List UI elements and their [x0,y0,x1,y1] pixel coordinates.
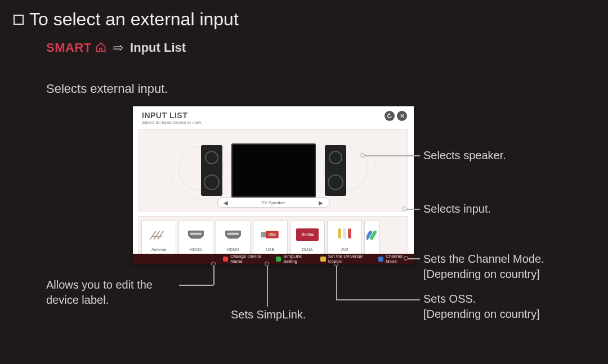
hdmi-icon [216,221,250,248]
panel-title: INPUT LIST [142,111,202,120]
annotation-text: device label. [46,294,109,306]
square-bullet-icon [14,15,24,25]
svg-rect-0 [190,232,202,235]
svg-rect-2 [261,232,266,237]
green-button-label: SimpLink Setting [283,254,309,264]
av-jacks-icon [328,221,361,248]
callout-node [265,262,269,266]
tv-speaker-area: ◀ TV Speaker ▶ [138,129,408,212]
annotation-text: [Depending on country] [423,268,540,280]
panel-subtitle: Select an input device to view. [142,120,202,125]
page-title-text: To select an external input [29,9,239,30]
svg-rect-1 [227,232,239,235]
callout-line [365,155,420,156]
callout-node [360,153,365,158]
arrow-icon: ⇨ [113,41,123,55]
callout-line [408,258,420,259]
component-icon [365,221,379,251]
home-icon [95,42,106,56]
red-button-icon [223,257,228,262]
color-button-bar: Change Device Name SimpLink Setting Set … [133,254,414,264]
callout-line [179,285,213,286]
annotation-text: [Depending on country] [423,308,540,320]
dlna-icon: ⊚dlna [290,221,324,248]
annotation-input: Selects input. [423,201,491,217]
annotation-simplink: Sets SimpLink. [231,307,306,322]
callout-node [402,206,406,211]
input-label: HDMI2 [227,248,239,251]
usb-icon: USB [253,221,287,248]
input-card-hdmi1[interactable]: HDMI1 [178,221,213,255]
annotation-device-label: Allows you to edit the device label. [46,277,153,308]
callout-line [213,266,214,285]
input-label: Antenna [151,248,166,251]
red-button-label: Change Device Name [230,254,265,264]
callout-line [406,209,420,210]
green-button-icon [276,257,281,262]
annotation-text: Sets OSS. [423,293,476,305]
back-button[interactable] [385,111,395,121]
callout-node [334,262,338,266]
breadcrumb-dest: Input List [130,41,186,55]
callout-line [267,266,268,307]
breadcrumb: SMART ⇨ Input List [46,41,186,56]
input-label: USB [266,248,274,251]
hdmi-icon [179,221,213,248]
annotation-text: Sets the Channel Mode. [423,253,544,265]
input-card-usb[interactable]: USB USB [253,221,288,255]
speaker-right-icon [325,145,346,196]
tv-screen-icon [231,143,316,197]
breadcrumb-smart: SMART [46,41,92,55]
close-button[interactable]: ✕ [397,111,407,121]
subtitle-text: Selects external input. [46,82,168,96]
input-label: AV2 [341,248,348,251]
svg-text:USB: USB [269,232,276,236]
antenna-icon [142,221,176,248]
svg-rect-7 [348,228,351,239]
chevron-left-icon[interactable]: ◀ [222,199,230,206]
speaker-label: TV Speaker [261,200,285,205]
red-button-item[interactable]: Change Device Name [217,254,270,264]
callout-line [336,266,337,300]
callout-line [336,299,420,300]
speaker-selector[interactable]: ◀ TV Speaker ▶ [217,197,329,208]
input-card-dlna[interactable]: ⊚dlna DLNA [290,221,325,255]
input-label: DLNA [302,248,313,251]
input-card-more[interactable] [364,221,380,255]
callout-node [211,262,216,266]
input-label: HDMI1 [190,248,202,251]
speaker-left-icon [201,145,222,196]
input-card-av2[interactable]: AV2 [327,221,362,255]
input-card-hdmi2[interactable]: HDMI2 [216,221,251,255]
yellow-button-item[interactable]: Set the Universal Control [315,254,372,264]
blue-button-icon [378,257,383,262]
chevron-right-icon[interactable]: ▶ [317,199,325,206]
panel-header: INPUT LIST Select an input device to vie… [133,106,414,127]
page-title: To select an external input [14,9,239,30]
annotation-oss: Sets OSS. [Depending on country] [423,291,540,322]
annotation-text: Allows you to edit the [46,278,153,291]
input-card-antenna[interactable]: Antenna [141,221,176,255]
green-button-item[interactable]: SimpLink Setting [270,254,315,264]
yellow-button-icon [320,257,325,262]
svg-rect-6 [343,228,346,239]
annotation-speaker: Selects speaker. [423,148,506,163]
annotation-channel-mode: Sets the Channel Mode. [Depending on cou… [423,251,544,282]
input-list-panel: INPUT LIST Select an input device to vie… [133,106,414,264]
svg-rect-5 [338,228,341,239]
callout-node [404,256,408,260]
